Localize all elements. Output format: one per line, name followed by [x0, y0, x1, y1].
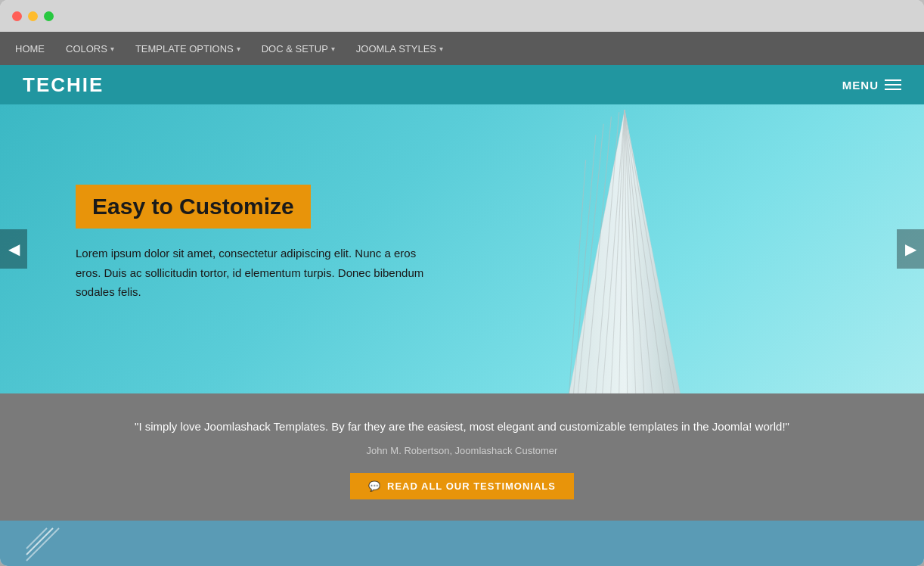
- menu-button[interactable]: MENU: [842, 79, 901, 92]
- testimonial-author: John M. Robertson, Joomlashack Customer: [30, 445, 894, 456]
- testimonials-button[interactable]: 💬 READ ALL OUR TESTIMONIALS: [350, 473, 574, 499]
- slider-next-button[interactable]: ▶: [897, 229, 924, 269]
- top-nav: HOME COLORS ▾ TEMPLATE OPTIONS ▾ DOC & S…: [0, 32, 924, 65]
- traffic-light-green[interactable]: [44, 11, 54, 21]
- site-header: TECHIE MENU: [0, 65, 924, 104]
- nav-doc-setup[interactable]: DOC & SETUP ▾: [262, 43, 335, 54]
- browser-chrome: [0, 0, 924, 32]
- chevron-down-icon: ▾: [237, 45, 240, 53]
- website-content: TECHIE MENU: [0, 65, 924, 566]
- svg-line-27: [26, 528, 53, 555]
- browser-content: HOME COLORS ▾ TEMPLATE OPTIONS ▾ DOC & S…: [0, 32, 924, 566]
- bottom-icon: [23, 524, 68, 562]
- chevron-down-icon: ▾: [110, 45, 114, 53]
- chevron-down-icon: ▾: [331, 45, 335, 53]
- testimonial-quote: "I simply love Joomlashack Templates. By…: [122, 418, 802, 436]
- nav-joomla-styles[interactable]: JOOMLA STYLES ▾: [356, 43, 443, 54]
- nav-colors[interactable]: COLORS ▾: [66, 43, 114, 54]
- site-logo: TECHIE: [23, 73, 104, 97]
- building-illustration: [371, 104, 879, 393]
- chevron-down-icon: ▾: [439, 45, 443, 53]
- slide-content: Easy to Customize Lorem ipsum dolor sit …: [76, 185, 439, 302]
- svg-line-29: [26, 528, 47, 549]
- hero-slider: ◀ Easy to Customize Lorem ipsum dolor si…: [0, 104, 924, 393]
- browser-window: HOME COLORS ▾ TEMPLATE OPTIONS ▾ DOC & S…: [0, 0, 924, 566]
- slider-prev-button[interactable]: ◀: [0, 229, 27, 269]
- testimonial-section: "I simply love Joomlashack Templates. By…: [0, 393, 924, 521]
- bottom-teaser: [0, 521, 924, 566]
- hamburger-icon: [885, 79, 901, 90]
- nav-home[interactable]: HOME: [15, 43, 45, 54]
- nav-template-options[interactable]: TEMPLATE OPTIONS ▾: [135, 43, 240, 54]
- traffic-light-red[interactable]: [12, 11, 22, 21]
- slide-description: Lorem ipsum dolor sit amet, consectetur …: [76, 244, 439, 302]
- slide-title-box: Easy to Customize: [76, 185, 311, 229]
- chat-icon: 💬: [368, 480, 381, 492]
- traffic-light-yellow[interactable]: [28, 11, 38, 21]
- slide-title: Easy to Customize: [92, 194, 294, 219]
